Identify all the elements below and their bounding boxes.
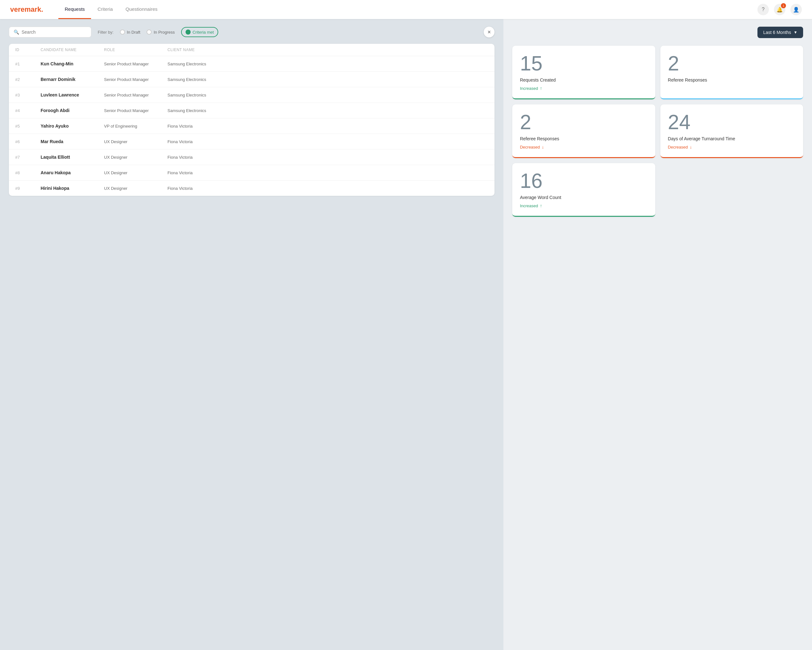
- row-client: Samsung Electronics: [168, 93, 488, 98]
- row-client: Fiona Victoria: [168, 155, 488, 160]
- stat-card-turnaround_time: 24 Days of Average Turnaround Time Decre…: [660, 104, 803, 158]
- stat-label: Requests Created: [520, 78, 647, 83]
- row-role: Senior Product Manager: [104, 61, 168, 66]
- trend-arrow-icon: ↓: [690, 144, 692, 150]
- row-id: #6: [15, 139, 41, 144]
- row-id: #3: [15, 93, 41, 98]
- trend-label: Increased: [520, 86, 538, 91]
- tab-requests[interactable]: Requests: [58, 0, 91, 19]
- row-id: #4: [15, 108, 41, 113]
- search-input[interactable]: [21, 29, 87, 35]
- row-candidate-name: Mar Rueda: [41, 139, 104, 144]
- stat-label: Referee Responses: [668, 78, 795, 83]
- left-panel: 🔍 Filter by: In Draft In Progress Criter…: [0, 19, 504, 650]
- row-id: #7: [15, 155, 41, 160]
- col-client-name: Client Name: [168, 47, 488, 52]
- search-icon: 🔍: [14, 29, 19, 35]
- in-draft-label: In Draft: [127, 30, 140, 35]
- row-candidate-name: Luvleen Lawrence: [41, 92, 104, 98]
- stat-card-avg_word_count: 16 Average Word Count Increased ↑: [512, 163, 655, 217]
- criteria-met-label: Criteria met: [192, 30, 214, 35]
- logo-dot: .: [41, 5, 43, 13]
- row-id: #1: [15, 61, 41, 66]
- in-progress-radio: [147, 29, 152, 35]
- row-role: Senior Product Manager: [104, 77, 168, 82]
- row-id: #2: [15, 77, 41, 82]
- row-client: Samsung Electronics: [168, 108, 488, 113]
- row-client: Samsung Electronics: [168, 77, 488, 82]
- period-button[interactable]: Last 6 Months ▼: [757, 27, 803, 38]
- col-role: Role: [104, 47, 168, 52]
- row-role: UX Designer: [104, 139, 168, 144]
- right-panel-header: Last 6 Months ▼: [512, 27, 803, 38]
- row-candidate-name: Laquita Elliott: [41, 154, 104, 160]
- row-client: Fiona Victoria: [168, 170, 488, 175]
- row-client: Fiona Victoria: [168, 124, 488, 128]
- nav-tabs: Requests Criteria Questionnaires: [58, 0, 164, 19]
- stat-card-requests_created: 15 Requests Created Increased ↑: [512, 46, 655, 99]
- table-row[interactable]: #1 Kun Chang-Min Senior Product Manager …: [9, 56, 495, 72]
- stat-trend: Decreased ↓: [520, 144, 647, 150]
- trend-label: Increased: [520, 203, 538, 208]
- table-row[interactable]: #5 Yahiro Ayuko VP of Engineering Fiona …: [9, 118, 495, 134]
- row-role: Senior Product Manager: [104, 93, 168, 98]
- stats-grid: 15 Requests Created Increased ↑ 2 Refere…: [512, 46, 803, 217]
- row-role: UX Designer: [104, 170, 168, 175]
- stat-label: Average Word Count: [520, 195, 647, 200]
- row-candidate-name: Kun Chang-Min: [41, 61, 104, 66]
- search-box: 🔍: [9, 27, 92, 37]
- row-candidate-name: Foroogh Abdi: [41, 108, 104, 113]
- help-icon: ?: [762, 7, 765, 12]
- stat-label: Referee Responses: [520, 136, 647, 141]
- requests-table: ID Candidate Name Role Client Name #1 Ku…: [9, 44, 495, 196]
- row-role: UX Designer: [104, 186, 168, 191]
- tab-criteria[interactable]: Criteria: [91, 0, 119, 19]
- tab-questionnaires[interactable]: Questionnaires: [119, 0, 164, 19]
- table-row[interactable]: #6 Mar Rueda UX Designer Fiona Victoria: [9, 134, 495, 150]
- stat-number: 16: [520, 171, 647, 191]
- notif-badge: 1: [781, 3, 786, 8]
- logo-text: veremark: [10, 5, 41, 13]
- row-client: Samsung Electronics: [168, 61, 488, 66]
- help-button[interactable]: ?: [757, 4, 769, 15]
- stat-number: 2: [668, 54, 795, 73]
- stat-trend: Increased ↑: [520, 86, 647, 91]
- in-progress-label: In Progress: [154, 30, 174, 35]
- in-draft-radio: [120, 29, 125, 35]
- filter-in-draft[interactable]: In Draft: [120, 29, 140, 35]
- stat-card-referee_responses_bottom: 2 Referee Responses Decreased ↓: [512, 104, 655, 158]
- row-client: Fiona Victoria: [168, 186, 488, 191]
- row-candidate-name: Hirini Hakopa: [41, 186, 104, 191]
- stat-trend: Increased ↑: [520, 203, 647, 208]
- user-avatar[interactable]: 👤: [791, 4, 802, 15]
- row-role: VP of Engineering: [104, 124, 168, 128]
- stat-label: Days of Average Turnaround Time: [668, 136, 795, 141]
- right-panel: Last 6 Months ▼ 15 Requests Created Incr…: [504, 19, 812, 650]
- close-icon: ×: [487, 29, 491, 35]
- row-candidate-name: Bernarr Dominik: [41, 77, 104, 82]
- table-header: ID Candidate Name Role Client Name: [9, 44, 495, 56]
- col-id: ID: [15, 47, 41, 52]
- filter-label: Filter by:: [98, 30, 114, 35]
- stat-number: 24: [668, 112, 795, 132]
- main-layout: 🔍 Filter by: In Draft In Progress Criter…: [0, 19, 812, 650]
- filter-criteria-met[interactable]: Criteria met: [181, 27, 218, 37]
- row-candidate-name: Anaru Hakopa: [41, 170, 104, 175]
- table-row[interactable]: #8 Anaru Hakopa UX Designer Fiona Victor…: [9, 165, 495, 180]
- notifications-button[interactable]: 🔔 1: [774, 4, 785, 15]
- table-row[interactable]: #2 Bernarr Dominik Senior Product Manage…: [9, 72, 495, 87]
- trend-arrow-icon: ↑: [540, 86, 542, 91]
- table-row[interactable]: #9 Hirini Hakopa UX Designer Fiona Victo…: [9, 180, 495, 196]
- table-row[interactable]: #3 Luvleen Lawrence Senior Product Manag…: [9, 87, 495, 103]
- user-icon: 👤: [793, 7, 799, 13]
- row-id: #5: [15, 124, 41, 128]
- col-candidate-name: Candidate Name: [41, 47, 104, 52]
- nav-icons: ? 🔔 1 👤: [757, 4, 802, 15]
- table-row[interactable]: #4 Foroogh Abdi Senior Product Manager S…: [9, 103, 495, 118]
- filter-in-progress[interactable]: In Progress: [147, 29, 174, 35]
- table-row[interactable]: #7 Laquita Elliott UX Designer Fiona Vic…: [9, 150, 495, 165]
- trend-arrow-icon: ↓: [542, 144, 544, 150]
- period-label: Last 6 Months: [763, 30, 791, 35]
- close-button[interactable]: ×: [484, 27, 495, 37]
- chevron-down-icon: ▼: [794, 30, 797, 35]
